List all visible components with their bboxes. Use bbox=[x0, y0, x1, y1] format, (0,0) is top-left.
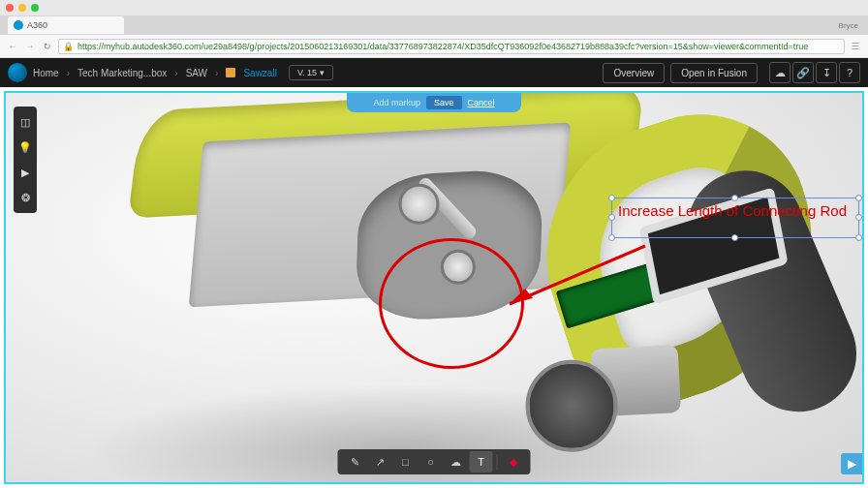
url-text: https://myhub.autodesk360.com/ue29a8498/… bbox=[78, 42, 808, 51]
download-icon[interactable]: ↧ bbox=[816, 62, 837, 83]
a360-logo[interactable] bbox=[8, 63, 27, 82]
svg-marker-1 bbox=[510, 289, 533, 304]
version-dropdown[interactable]: V. 15 ▾ bbox=[289, 65, 333, 80]
breadcrumb-current[interactable]: Sawzall bbox=[243, 68, 276, 78]
reveal-panel-button[interactable]: ▶ bbox=[841, 453, 862, 474]
markup-save-button[interactable]: Save bbox=[426, 96, 462, 109]
markup-cancel-button[interactable]: Cancel bbox=[468, 98, 495, 107]
settings-button[interactable]: ❂ bbox=[14, 186, 37, 209]
viewer-canvas[interactable]: Add markup Save Cancel ◫ 💡 ▶ ❂ bbox=[4, 91, 864, 484]
resize-handle-se[interactable] bbox=[855, 234, 862, 241]
share-icon[interactable]: 🔗 bbox=[792, 62, 814, 83]
resize-handle-ne[interactable] bbox=[855, 195, 862, 201]
breadcrumb-home[interactable]: Home bbox=[33, 68, 59, 78]
resize-handle-nw[interactable] bbox=[608, 195, 615, 201]
markup-toolbar: ✎ ↗ □ ○ ☁ T ◆ bbox=[338, 449, 531, 474]
left-toolbar: ◫ 💡 ▶ ❂ bbox=[14, 107, 37, 213]
mac-close-button[interactable] bbox=[6, 4, 14, 12]
mac-titlebar bbox=[0, 0, 868, 15]
chevron-right-icon: › bbox=[215, 68, 218, 78]
breadcrumb-level1[interactable]: Tech Marketing...box bbox=[78, 68, 167, 78]
mac-minimize-button[interactable] bbox=[18, 4, 26, 12]
help-icon[interactable]: ? bbox=[839, 62, 860, 83]
browser-menu-icon[interactable]: ☰ bbox=[849, 42, 862, 51]
app-header: Home › Tech Marketing...box › SAW › Sawz… bbox=[0, 58, 868, 87]
chevron-right-icon: › bbox=[174, 68, 177, 78]
forward-button[interactable]: → bbox=[23, 42, 37, 51]
browser-toolbar: ← → ↻ 🔒 https://myhub.autodesk360.com/ue… bbox=[0, 35, 868, 58]
folder-icon bbox=[226, 68, 235, 77]
markup-text-box[interactable]: Increase Length of Connecting Rod bbox=[611, 198, 859, 238]
overview-button[interactable]: Overview bbox=[603, 63, 665, 83]
resize-handle-n[interactable] bbox=[731, 195, 738, 201]
resize-handle-s[interactable] bbox=[731, 234, 738, 241]
resize-handle-sw[interactable] bbox=[608, 234, 615, 241]
color-picker[interactable]: ◆ bbox=[502, 451, 525, 473]
mac-maximize-button[interactable] bbox=[31, 4, 39, 12]
reload-button[interactable]: ↻ bbox=[41, 42, 54, 51]
add-markup-label: Add markup bbox=[373, 98, 420, 107]
rectangle-tool[interactable]: □ bbox=[394, 451, 418, 473]
resize-handle-w[interactable] bbox=[608, 214, 615, 221]
text-tool[interactable]: T bbox=[470, 451, 493, 473]
open-in-fusion-button[interactable]: Open in Fusion bbox=[670, 63, 758, 83]
arrow-tool[interactable]: ↗ bbox=[369, 451, 392, 473]
lighting-button[interactable]: 💡 bbox=[14, 136, 37, 159]
model-tree-button[interactable]: ◫ bbox=[14, 110, 37, 134]
resize-handle-e[interactable] bbox=[855, 214, 862, 221]
url-field[interactable]: 🔒 https://myhub.autodesk360.com/ue29a849… bbox=[58, 39, 845, 54]
chevron-right-icon: › bbox=[67, 68, 70, 78]
toolbar-divider bbox=[497, 454, 498, 470]
markup-text-content: Increase Length of Connecting Rod bbox=[618, 202, 847, 219]
cloud-tool[interactable]: ☁ bbox=[445, 451, 468, 473]
cloud-icon[interactable]: ☁ bbox=[769, 62, 790, 83]
circle-tool[interactable]: ○ bbox=[419, 451, 443, 473]
lock-icon: 🔒 bbox=[63, 42, 74, 51]
back-button[interactable]: ← bbox=[6, 42, 19, 51]
play-button[interactable]: ▶ bbox=[14, 161, 37, 184]
browser-tab[interactable]: A360 bbox=[8, 16, 124, 34]
a360-favicon bbox=[14, 20, 23, 30]
tab-title: A360 bbox=[27, 20, 47, 30]
browser-tab-strip: A360 Bryce bbox=[0, 15, 868, 35]
markup-bar: Add markup Save Cancel bbox=[347, 93, 521, 112]
breadcrumb-level2[interactable]: SAW bbox=[186, 68, 207, 78]
browser-user-label[interactable]: Bryce bbox=[839, 21, 858, 30]
viewer-wrap: Add markup Save Cancel ◫ 💡 ▶ ❂ bbox=[0, 87, 868, 488]
pencil-tool[interactable]: ✎ bbox=[344, 451, 367, 473]
